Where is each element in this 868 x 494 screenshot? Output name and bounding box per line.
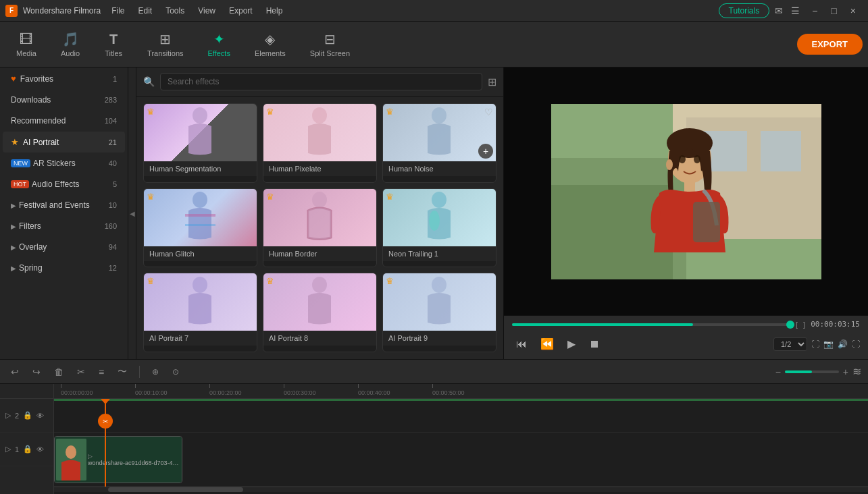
effect-name-human-border: Human Border — [263, 246, 376, 261]
grid-view-icon[interactable]: ⊞ — [488, 76, 496, 88]
step-back-button[interactable]: ⏮ — [512, 336, 531, 352]
svg-rect-25 — [693, 202, 720, 242]
toolbar-audio[interactable]: 🎵 Audio — [50, 27, 91, 61]
menu-tools[interactable]: Tools — [160, 5, 190, 17]
settings-icon[interactable]: ☰ — [791, 5, 800, 16]
minimize-button[interactable]: − — [805, 5, 824, 16]
zoom-slider[interactable] — [785, 370, 839, 373]
sidebar-item-spring[interactable]: ▶ Spring 12 — [3, 258, 125, 278]
resolution-select[interactable]: 1/2 — [773, 337, 807, 351]
progress-track[interactable] — [512, 323, 790, 326]
undo-button[interactable]: ↩ — [7, 364, 23, 379]
sidebar-item-downloads[interactable]: Downloads 283 — [3, 90, 125, 110]
track2-eye-icon[interactable]: 👁 — [36, 412, 44, 420]
toolbar-splitscreen[interactable]: ⊟ Split Screen — [299, 27, 361, 61]
crown-icon: ♛ — [147, 107, 155, 117]
sidebar-item-filters[interactable]: ▶ Filters 160 — [3, 216, 125, 236]
track2-lock-icon[interactable]: 🔒 — [23, 411, 32, 420]
splitscreen-label: Split Screen — [310, 49, 350, 57]
properties-button[interactable]: ≡ — [95, 364, 108, 379]
screenshot-icon[interactable]: 📷 — [823, 339, 834, 349]
timeline: ↩ ↪ 🗑 ✂ ≡ 〜 ⊕ ⊙ − + ≋ ▷ 2 🔒 👁 — [0, 359, 868, 494]
sidebar-item-audio-effects[interactable]: HOT Audio Effects 5 — [3, 174, 125, 194]
effect-card-human-seg[interactable]: ♛ Human Segmentation — [143, 103, 257, 183]
heart-icon: ♥ — [11, 74, 16, 84]
sidebar-item-ar-stickers[interactable]: NEW AR Stickers 40 — [3, 153, 125, 173]
effect-card-row3-1[interactable]: ♛ AI Portrait 7 — [143, 273, 257, 352]
effect-card-human-noise[interactable]: ♛ ♡ + Human Noise — [382, 103, 496, 183]
menu-file[interactable]: File — [106, 5, 130, 17]
toolbar-transitions[interactable]: ⊞ Transitions — [136, 27, 194, 61]
downloads-label: Downloads — [11, 95, 102, 105]
search-input[interactable] — [160, 73, 482, 90]
video-clip[interactable]: ▷ wondershare-ac91dd68-d703-4751... — [54, 436, 182, 483]
ai-portrait-count: 21 — [109, 138, 117, 146]
toolbar-media[interactable]: 🎞 Media — [5, 28, 47, 61]
tutorials-button[interactable]: Tutorials — [719, 3, 770, 18]
track1-eye-icon[interactable]: 👁 — [36, 445, 44, 454]
track1-lock-icon[interactable]: 🔒 — [23, 445, 32, 454]
timeline-scrollbar[interactable] — [54, 487, 868, 492]
svg-point-8 — [429, 211, 440, 231]
sidebar-item-festival-events[interactable]: ▶ Festival and Events 10 — [3, 195, 125, 215]
maximize-button[interactable]: □ — [824, 5, 843, 16]
filters-count: 160 — [105, 222, 117, 230]
effect-card-human-border[interactable]: ♛ Human Border — [263, 188, 377, 268]
add-button-noise[interactable]: + — [478, 144, 493, 159]
elements-label: Elements — [255, 49, 286, 57]
waveform-button[interactable]: 〜 — [113, 364, 131, 380]
toolbar-effects[interactable]: ✦ Effects — [197, 27, 241, 61]
sidebar-collapse-button[interactable]: ◀ — [128, 67, 136, 359]
effect-thumb-human-border: ♛ — [263, 189, 376, 246]
menu-help[interactable]: Help — [261, 5, 288, 17]
toolbar-elements[interactable]: ◈ Elements — [244, 27, 297, 61]
timestamp: 00:00:03:15 — [811, 320, 860, 329]
progress-handle[interactable] — [786, 321, 794, 329]
main-toolbar: 🎞 Media 🎵 Audio T Titles ⊞ Transitions ✦… — [0, 22, 868, 67]
waveform-view-icon[interactable]: ≋ — [852, 365, 861, 378]
frame-back-button[interactable]: ⏪ — [536, 335, 558, 352]
notification-icon[interactable]: ✉ — [775, 5, 783, 16]
heart-button-noise[interactable]: ♡ — [484, 107, 493, 117]
delete-button[interactable]: 🗑 — [50, 364, 68, 379]
snap-button[interactable]: ⊙ — [168, 365, 183, 379]
menu-view[interactable]: View — [193, 5, 221, 17]
crown-icon-4: ♛ — [147, 192, 155, 202]
cut-button[interactable]: ✂ — [73, 364, 89, 379]
track2-play-icon[interactable]: ▷ — [5, 411, 11, 420]
add-track-button[interactable]: ⊕ — [148, 365, 163, 379]
zoom-out-icon[interactable]: − — [775, 366, 781, 377]
search-icon: 🔍 — [143, 76, 155, 87]
playback-controls: ⏮ ⏪ ▶ ⏹ 1/2 ⛶ 📷 🔊 ⛶ — [512, 333, 860, 355]
menu-edit[interactable]: Edit — [133, 5, 158, 17]
effect-card-row3-3[interactable]: ♛ AI Portrait 9 — [382, 273, 496, 352]
scrollbar-thumb[interactable] — [108, 487, 243, 492]
zoom-icon[interactable]: ⛶ — [852, 339, 860, 349]
effect-card-human-glitch[interactable]: ♛ Human Glitch — [143, 188, 257, 268]
sidebar-item-favorites[interactable]: ♥ Favorites 1 — [3, 68, 125, 89]
effect-card-neon-trailing[interactable]: ♛ Neon Trailing 1 — [382, 188, 496, 268]
effects-grid: ♛ Human Segmentation ♛ Human Pixelate — [136, 97, 503, 359]
effect-card-row3-2[interactable]: ♛ AI Portrait 8 — [263, 273, 377, 352]
timeline-body: ▷ 2 🔒 👁 ▷ 1 🔒 👁 00:00:00:00 00 — [0, 384, 868, 494]
track1-play-icon[interactable]: ▷ — [5, 445, 11, 454]
menu-export[interactable]: Export — [224, 5, 258, 17]
timeline-toolbar: ↩ ↪ 🗑 ✂ ≡ 〜 ⊕ ⊙ − + ≋ — [0, 360, 868, 384]
play-button[interactable]: ▶ — [563, 335, 580, 352]
sidebar-item-overlay[interactable]: ▶ Overlay 94 — [3, 237, 125, 257]
fullscreen-icon[interactable]: ⛶ — [811, 339, 819, 349]
zoom-in-icon[interactable]: + — [843, 366, 848, 377]
sidebar-item-recommended[interactable]: Recommended 104 — [3, 111, 125, 131]
close-button[interactable]: × — [844, 5, 863, 16]
sidebar-item-ai-portrait[interactable]: ★ AI Portrait 21 — [3, 132, 125, 153]
toolbar-separator — [139, 366, 140, 378]
toolbar-titles[interactable]: T Titles — [93, 28, 134, 61]
volume-icon[interactable]: 🔊 — [838, 339, 848, 349]
effects-search-bar: 🔍 ⊞ — [136, 67, 503, 97]
audio-effects-label: Audio Effects — [32, 180, 110, 189]
stop-button[interactable]: ⏹ — [585, 336, 604, 352]
preview-right-controls: 1/2 ⛶ 📷 🔊 ⛶ — [773, 337, 860, 351]
export-button[interactable]: EXPORT — [797, 34, 863, 55]
redo-button[interactable]: ↪ — [28, 364, 45, 379]
effect-card-human-pix[interactable]: ♛ Human Pixelate — [263, 103, 377, 183]
